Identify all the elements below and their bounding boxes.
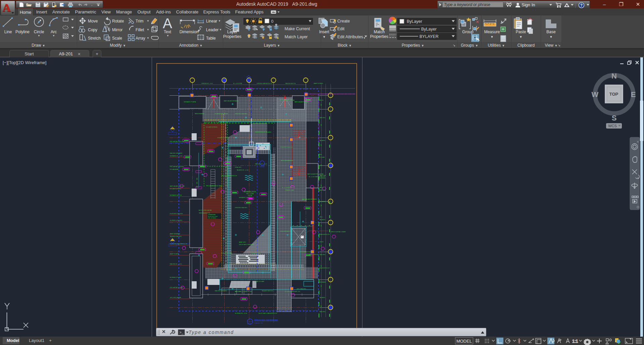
- svg-text:E: E: [631, 90, 636, 99]
- svg-text:POMPA SCREED: POMPA SCREED: [217, 137, 229, 139]
- svg-text:WATERPROOF: WATERPROOF: [319, 267, 330, 269]
- svg-text:SKALA 1 : 50: SKALA 1 : 50: [254, 322, 263, 324]
- svg-text:PIPA PLESTER: PIPA PLESTER: [309, 254, 319, 255]
- svg-text:A9-201: A9-201: [247, 323, 251, 325]
- svg-text:EL +0.00 PIPA: EL +0.00 PIPA: [233, 83, 242, 84]
- svg-text:DENAH KOLAM RENANG: DENAH KOLAM RENANG: [254, 319, 278, 321]
- svg-text:RAILING EL +0.00: RAILING EL +0.00: [255, 163, 267, 165]
- svg-text:RAILING: RAILING: [319, 254, 326, 255]
- svg-text:TOP: TOP: [609, 92, 618, 97]
- svg-text:PIPA KOLAM: PIPA KOLAM: [285, 189, 294, 191]
- svg-text:BATU ALAM KERAMIK: BATU ALAM KERAMIK: [302, 198, 317, 200]
- svg-text:GRC: GRC: [319, 216, 323, 218]
- svg-text:S: S: [612, 114, 617, 122]
- svg-text:FIN. SCREED: FIN. SCREED: [208, 217, 216, 219]
- svg-text:FIN: FIN: [319, 154, 322, 155]
- svg-text:WATERPROOF TALANG: WATERPROOF TALANG: [255, 131, 271, 133]
- svg-text:KERAMIK BETON: KERAMIK BETON: [170, 194, 182, 196]
- svg-text:TALANG: TALANG: [319, 140, 326, 141]
- svg-text:GRC RAILING: GRC RAILING: [297, 288, 306, 290]
- svg-text:RAILING DINDING: RAILING DINDING: [215, 290, 227, 292]
- svg-text:simpul: simpul: [260, 166, 264, 167]
- svg-text:Match Layer: Match Layer: [285, 35, 308, 39]
- svg-text:TANGGA: TANGGA: [319, 189, 326, 191]
- svg-text:FIN LANTAI KOLAM: FIN LANTAI KOLAM: [170, 287, 183, 288]
- svg-text:ATAP SCREED: ATAP SCREED: [314, 83, 323, 84]
- svg-text:GRC FIN LANTAI: GRC FIN LANTAI: [170, 297, 181, 298]
- svg-text:PIPA KOLAM: PIPA KOLAM: [252, 252, 260, 254]
- svg-text:ATAP KOLAM: ATAP KOLAM: [255, 281, 264, 282]
- svg-text:DINDING EL +0.00: DINDING EL +0.00: [201, 83, 213, 84]
- svg-text:W: W: [592, 90, 599, 99]
- svg-text:BATU ALAM POMPA: BATU ALAM POMPA: [295, 101, 308, 103]
- svg-text:NR 15 BC x LEBAR30 180: NR 15 BC x LEBAR30 180: [235, 291, 252, 292]
- svg-text:TALANG: TALANG: [319, 297, 326, 298]
- svg-text:SCREED DINDING: SCREED DINDING: [170, 219, 183, 221]
- svg-text:ATAP GRC: ATAP GRC: [239, 241, 246, 243]
- svg-text:KERAMIK: KERAMIK: [319, 201, 326, 202]
- svg-text:CHECK DETAIL DRAW: CHECK DETAIL DRAW: [331, 231, 346, 233]
- svg-text:RAILING KERAMIK: RAILING KERAMIK: [170, 152, 183, 154]
- svg-text:BETON WATERPROOF: BETON WATERPROOF: [221, 175, 237, 177]
- svg-text:KERAMIK POMPA: KERAMIK POMPA: [184, 101, 196, 103]
- svg-text:KOLAM: KOLAM: [319, 156, 325, 158]
- svg-text:DECK KAYU WATERPROOF: DECK KAYU WATERPROOF: [258, 312, 277, 314]
- svg-text:TALANG RAILING: TALANG RAILING: [170, 236, 182, 237]
- svg-text:POMPA FIN LANTAI: POMPA FIN LANTAI: [215, 113, 228, 114]
- svg-text:KOLAM KOLAM: KOLAM KOLAM: [221, 252, 232, 254]
- svg-text:Edit: Edit: [337, 27, 345, 31]
- svg-text:1:1: 1:1: [572, 339, 578, 344]
- svg-text:PLESTER POMPA: PLESTER POMPA: [300, 251, 312, 253]
- svg-text:PEMBESIAN: PEMBESIAN: [208, 214, 215, 215]
- svg-text:Create: Create: [337, 19, 350, 23]
- svg-text:ATAP KERAMIK: ATAP KERAMIK: [170, 233, 180, 235]
- svg-text:DECK: DECK: [319, 241, 324, 243]
- svg-text:EL +0.00 WATERPROOF: EL +0.00 WATERPROOF: [309, 176, 325, 178]
- svg-text:FFL -1.250: FFL -1.250: [246, 193, 254, 195]
- svg-text:PLESTER DINDING: PLESTER DINDING: [170, 213, 183, 214]
- svg-text:TALANG: TALANG: [319, 219, 326, 220]
- svg-text:?: ?: [580, 3, 583, 8]
- svg-text:TANGGA KERAMIK: TANGGA KERAMIK: [281, 160, 293, 161]
- svg-text:KOLAM ATAP: KOLAM ATAP: [170, 168, 179, 170]
- svg-text:DINDING RAILING: DINDING RAILING: [235, 207, 247, 208]
- svg-text:BATU: BATU: [319, 187, 323, 188]
- svg-text:T.O.W J GRANDER 150: T.O.W J GRANDER 150: [285, 291, 300, 292]
- svg-text:BATU ALAM FIN LANTAI: BATU ALAM FIN LANTAI: [307, 173, 324, 175]
- svg-text:WATERPROOF: WATERPROOF: [319, 234, 330, 235]
- svg-text:RAILING BETON: RAILING BETON: [285, 83, 296, 84]
- svg-text:ByLayer: ByLayer: [421, 27, 437, 32]
- svg-text:PLESTER WATERPROOF: PLESTER WATERPROOF: [170, 243, 187, 245]
- svg-text:DECK KAYU KERAMIK: DECK KAYU KERAMIK: [239, 244, 254, 245]
- svg-text:SCREED POMPA: SCREED POMPA: [170, 277, 181, 278]
- svg-text:BETON FIN LANTAI: BETON FIN LANTAI: [199, 209, 212, 211]
- svg-text:Balok beton lapis: Balok beton lapis: [208, 216, 218, 217]
- svg-text:RAILING: RAILING: [319, 311, 326, 312]
- svg-text:DINDING BETON: DINDING BETON: [280, 230, 292, 232]
- svg-text:N: N: [611, 72, 617, 80]
- svg-text:TALANG EL +0.00: TALANG EL +0.00: [237, 169, 249, 171]
- svg-text:EL +0.00 BETON: EL +0.00 BETON: [282, 187, 293, 188]
- svg-text:KOLAM SCREED: KOLAM SCREED: [170, 188, 181, 190]
- svg-text:KERAMIK EL +0.00: KERAMIK EL +0.00: [170, 155, 183, 157]
- svg-text:DECK: DECK: [319, 99, 324, 101]
- svg-text:RAILING EL +0.00: RAILING EL +0.00: [170, 263, 182, 265]
- svg-text:BYLAYER: BYLAYER: [419, 34, 439, 39]
- svg-text:SCREED EL +0.00: SCREED EL +0.00: [235, 312, 247, 314]
- svg-text:PLESTER RAILING: PLESTER RAILING: [280, 146, 293, 148]
- svg-text:PLESTER FIN LANTAI: PLESTER FIN LANTAI: [280, 99, 295, 101]
- svg-text:BATU ALAM KERAMIK: BATU ALAM KERAMIK: [224, 100, 239, 102]
- svg-text:Edit Attributes: Edit Attributes: [337, 35, 363, 39]
- svg-text:TANGGA ATAP: TANGGA ATAP: [195, 113, 204, 114]
- svg-text:ATAP POMPA: ATAP POMPA: [170, 253, 179, 255]
- svg-text:RAILING: RAILING: [319, 117, 326, 118]
- svg-text:0: 0: [271, 19, 274, 24]
- svg-text:KERAMIK: KERAMIK: [319, 281, 326, 283]
- svg-text:FIN LANTAI PLESTER: FIN LANTAI PLESTER: [170, 141, 185, 142]
- svg-text:DINDING WATERPROOF: DINDING WATERPROOF: [257, 83, 273, 84]
- svg-text:T.O.W: T.O.W: [248, 195, 252, 197]
- svg-text:BATU ALAM PLESTER: BATU ALAM PLESTER: [170, 185, 185, 187]
- svg-text:WCS: WCS: [608, 124, 617, 128]
- svg-text:A: A: [163, 15, 172, 31]
- svg-text:FIN LANTAI DINDING: FIN LANTAI DINDING: [170, 166, 184, 167]
